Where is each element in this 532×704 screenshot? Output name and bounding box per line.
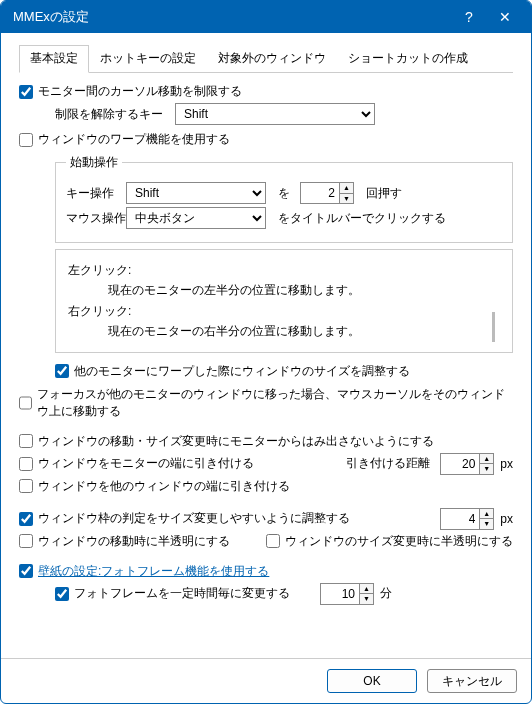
warp-enable-check[interactable]: ウィンドウのワープ機能を使用する <box>19 131 230 148</box>
adjust-frame-input[interactable] <box>19 512 33 526</box>
key-op-label: キー操作 <box>66 185 126 202</box>
warp-enable-input[interactable] <box>19 133 33 147</box>
adjust-size-warp-input[interactable] <box>55 364 69 378</box>
photo-interval-input-value[interactable] <box>320 583 360 605</box>
tab-hotkey[interactable]: ホットキーの設定 <box>89 45 207 73</box>
start-op-legend: 始動操作 <box>66 154 122 171</box>
spin-down-icon[interactable]: ▼ <box>480 519 493 529</box>
wallpaper-check[interactable]: 壁紙の設定:フォトフレーム機能を使用する <box>19 563 269 580</box>
info-right-label: 右クリック: <box>68 301 484 321</box>
translucent-resize-input[interactable] <box>266 534 280 548</box>
tab-shortcut[interactable]: ショートカットの作成 <box>337 45 479 73</box>
photo-interval-check[interactable]: フォトフレームを一定時間毎に変更する <box>55 585 290 602</box>
snap-monitor-check[interactable]: ウィンドウをモニターの端に引き付ける <box>19 455 254 472</box>
spin-up-icon[interactable]: ▲ <box>480 454 493 465</box>
window-title: MMExの設定 <box>13 8 451 26</box>
wallpaper-link[interactable]: 壁紙の設定:フォトフレーム機能を使用する <box>38 563 269 580</box>
focus-mouse-input[interactable] <box>19 396 32 410</box>
title-bar: MMExの設定 ? ✕ <box>1 1 531 33</box>
close-icon[interactable]: ✕ <box>487 9 523 25</box>
snap-window-check[interactable]: ウィンドウを他のウィンドウの端に引き付ける <box>19 478 290 495</box>
translucent-move-check[interactable]: ウィンドウの移動時に半透明にする <box>19 533 266 550</box>
tab-exclude[interactable]: 対象外のウィンドウ <box>207 45 337 73</box>
wallpaper-input[interactable] <box>19 564 33 578</box>
frame-value-spinner[interactable]: ▲▼ <box>440 508 494 530</box>
adjust-frame-check[interactable]: ウィンドウ枠の判定をサイズ変更しやすいように調整する <box>19 510 350 527</box>
key-op-count-spinner[interactable]: ▲▼ <box>300 182 354 204</box>
spin-down-icon[interactable]: ▼ <box>480 464 493 474</box>
spin-down-icon[interactable]: ▼ <box>340 194 353 204</box>
snap-window-input[interactable] <box>19 479 33 493</box>
info-left-desc: 現在のモニターの左半分の位置に移動します。 <box>68 280 484 300</box>
info-left-label: 左クリック: <box>68 260 484 280</box>
restrict-cursor-input[interactable] <box>19 85 33 99</box>
photo-interval-input[interactable] <box>55 587 69 601</box>
spin-up-icon[interactable]: ▲ <box>480 509 493 520</box>
start-op-group: 始動操作 キー操作 Shift を ▲▼ 回押す マウス操作 中央ボ <box>55 154 513 243</box>
help-icon[interactable]: ? <box>451 9 487 25</box>
translucent-resize-check[interactable]: ウィンドウのサイズ変更時に半透明にする <box>266 533 513 550</box>
cancel-button[interactable]: キャンセル <box>427 669 517 693</box>
adjust-size-warp-check[interactable]: 他のモニターにワープした際にウィンドウのサイズを調整する <box>55 363 410 380</box>
spin-down-icon[interactable]: ▼ <box>360 594 373 604</box>
click-info-box: 左クリック: 現在のモニターの左半分の位置に移動します。 右クリック: 現在のモ… <box>55 249 513 353</box>
release-key-label: 制限を解除するキー <box>55 106 163 123</box>
mouse-op-label: マウス操作 <box>66 210 126 227</box>
release-key-select[interactable]: Shift <box>175 103 375 125</box>
no-overflow-input[interactable] <box>19 434 33 448</box>
tab-basic[interactable]: 基本設定 <box>19 45 89 73</box>
frame-value-input[interactable] <box>440 508 480 530</box>
mouse-op-select[interactable]: 中央ボタン <box>126 207 266 229</box>
restrict-cursor-check[interactable]: モニター間のカーソル移動を制限する <box>19 83 242 100</box>
key-op-count-input[interactable] <box>300 182 340 204</box>
info-scroll-thumb[interactable] <box>492 312 500 342</box>
photo-interval-spinner[interactable]: ▲▼ <box>320 583 374 605</box>
snap-distance-input[interactable] <box>440 453 480 475</box>
dialog-footer: OK キャンセル <box>1 658 531 703</box>
key-op-select[interactable]: Shift <box>126 182 266 204</box>
snap-monitor-input[interactable] <box>19 457 33 471</box>
focus-mouse-check[interactable]: フォーカスが他のモニターのウィンドウに移った場合、マウスカーソルをそのウィンドウ… <box>19 386 513 420</box>
tab-strip: 基本設定 ホットキーの設定 対象外のウィンドウ ショートカットの作成 <box>19 45 513 73</box>
spin-up-icon[interactable]: ▲ <box>360 584 373 595</box>
ok-button[interactable]: OK <box>327 669 417 693</box>
no-overflow-check[interactable]: ウィンドウの移動・サイズ変更時にモニターからはみ出さないようにする <box>19 433 434 450</box>
info-right-desc: 現在のモニターの右半分の位置に移動します。 <box>68 321 484 341</box>
spin-up-icon[interactable]: ▲ <box>340 183 353 194</box>
snap-distance-spinner[interactable]: ▲▼ <box>440 453 494 475</box>
translucent-move-input[interactable] <box>19 534 33 548</box>
snap-distance-label: 引き付ける距離 <box>346 455 430 472</box>
